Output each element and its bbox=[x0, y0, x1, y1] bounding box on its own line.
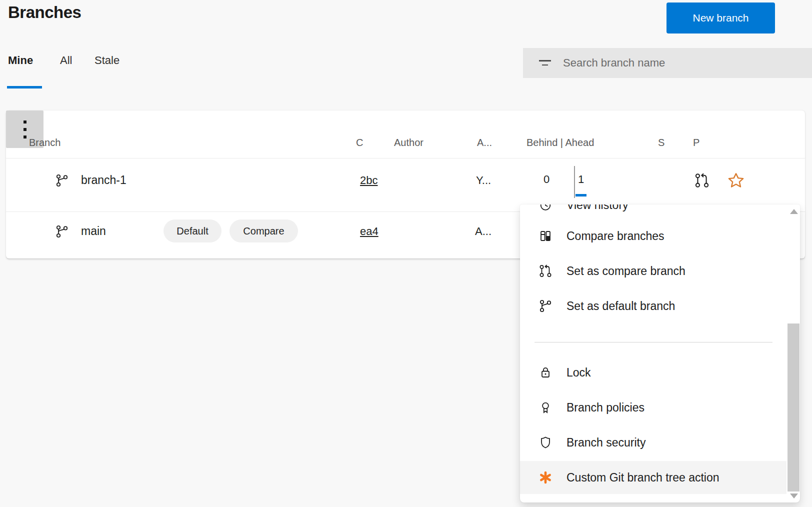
asterisk-icon bbox=[538, 470, 552, 484]
col-authored-date[interactable]: A... bbox=[477, 137, 492, 148]
menu-item-lock[interactable]: Lock bbox=[520, 355, 786, 390]
col-status[interactable]: S bbox=[658, 137, 664, 148]
policies-ribbon-icon bbox=[538, 400, 552, 414]
col-branch[interactable]: Branch bbox=[29, 137, 60, 148]
authored-date: A... bbox=[475, 225, 492, 238]
menu-divider bbox=[534, 342, 772, 342]
set-compare-branch-icon bbox=[538, 264, 552, 278]
filter-icon bbox=[539, 60, 551, 66]
branch-search[interactable] bbox=[523, 48, 812, 78]
tab-mine[interactable]: Mine bbox=[8, 54, 33, 67]
new-branch-button[interactable]: New branch bbox=[666, 2, 775, 34]
git-branch-icon bbox=[55, 224, 69, 238]
shield-icon bbox=[538, 436, 552, 450]
menu-item-compare-branches[interactable]: Compare branches bbox=[520, 218, 786, 254]
menu-item-branch-policies[interactable]: Branch policies bbox=[520, 390, 786, 425]
set-compare-branch-icon[interactable] bbox=[694, 172, 710, 188]
history-icon bbox=[538, 204, 552, 212]
default-badge: Default bbox=[164, 220, 222, 242]
col-pull-request[interactable]: P bbox=[693, 137, 700, 148]
menu-item-custom-git-action[interactable]: Custom Git branch tree action bbox=[520, 461, 786, 494]
favorite-star-icon[interactable] bbox=[727, 172, 745, 190]
branch-name[interactable]: branch-1 bbox=[81, 174, 126, 187]
branch-name[interactable]: main bbox=[81, 224, 106, 238]
ahead-bar bbox=[576, 194, 586, 196]
branch-context-menu: View history Compare branches Set as com… bbox=[520, 204, 800, 502]
tab-all[interactable]: All bbox=[60, 54, 72, 67]
lock-icon bbox=[538, 366, 552, 380]
behind-ahead-divider bbox=[574, 166, 575, 198]
page-title: Branches bbox=[8, 3, 81, 22]
col-behind-ahead[interactable]: Behind | Ahead bbox=[526, 137, 594, 148]
git-branch-icon bbox=[538, 299, 552, 313]
authored-date: Y... bbox=[476, 174, 491, 187]
menu-item-set-compare-branch[interactable]: Set as compare branch bbox=[520, 254, 786, 288]
compare-badge: Compare bbox=[230, 220, 298, 242]
commit-link[interactable]: ea4 bbox=[360, 225, 380, 238]
menu-scrollbar[interactable] bbox=[788, 324, 800, 492]
menu-scroll-up-arrow[interactable] bbox=[790, 209, 798, 214]
tab-stale[interactable]: Stale bbox=[94, 54, 120, 67]
compare-branches-icon bbox=[538, 229, 552, 243]
search-input[interactable] bbox=[563, 56, 812, 70]
behind-count: 0 bbox=[544, 173, 550, 186]
menu-scroll-down-arrow[interactable] bbox=[790, 494, 798, 498]
commit-link[interactable]: 2bc bbox=[360, 174, 380, 187]
col-commit[interactable]: C bbox=[356, 137, 363, 148]
ahead-count: 1 bbox=[578, 173, 584, 186]
header-separator bbox=[6, 158, 805, 158]
col-author[interactable]: Author bbox=[394, 137, 424, 148]
git-branch-icon bbox=[55, 174, 69, 188]
menu-item-branch-security[interactable]: Branch security bbox=[520, 425, 786, 460]
menu-item-set-default-branch[interactable]: Set as default branch bbox=[520, 288, 786, 324]
active-tab-underline bbox=[7, 86, 42, 88]
